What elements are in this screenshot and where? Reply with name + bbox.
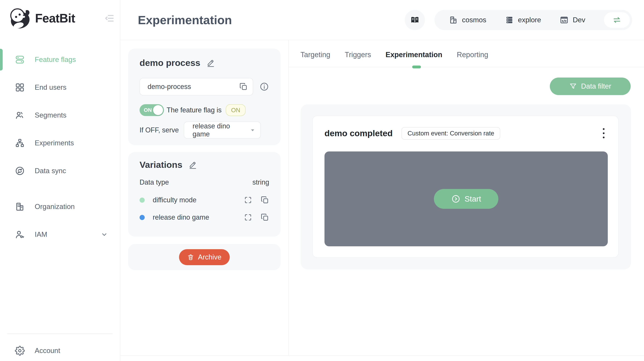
sidebar-item-label: Experiments bbox=[35, 139, 74, 147]
collapse-sidebar-icon[interactable] bbox=[104, 13, 114, 23]
brand-name: FeatBit bbox=[35, 11, 75, 25]
sidebar-item-experiments[interactable]: Experiments bbox=[0, 129, 120, 157]
book-icon bbox=[410, 15, 420, 25]
funnel-icon bbox=[569, 82, 577, 90]
grid-icon bbox=[15, 82, 25, 92]
chevron-down-icon bbox=[100, 231, 108, 238]
kebab-menu-icon[interactable] bbox=[600, 127, 607, 140]
flag-key-input[interactable]: demo-process bbox=[140, 78, 253, 95]
building-icon bbox=[15, 202, 25, 212]
info-icon[interactable] bbox=[259, 82, 269, 92]
off-serve-label: If OFF, serve bbox=[140, 126, 179, 134]
active-tab-indicator bbox=[412, 65, 421, 68]
play-circle-icon bbox=[451, 194, 460, 203]
project-selector[interactable]: explore bbox=[505, 16, 541, 24]
flag-tabs: Targeting Triggers Experimentation Repor… bbox=[300, 51, 488, 59]
environment-name: Dev bbox=[573, 16, 585, 24]
tab-reporting[interactable]: Reporting bbox=[457, 51, 488, 59]
data-type-value: string bbox=[252, 178, 269, 186]
toggles-icon bbox=[15, 55, 25, 64]
switch-workspace-button[interactable] bbox=[604, 12, 630, 28]
copy-icon[interactable] bbox=[260, 196, 269, 204]
sidebar-item-label: Segments bbox=[35, 111, 66, 119]
caret-down-icon bbox=[249, 126, 256, 134]
org-selector[interactable]: cosmos bbox=[449, 16, 486, 24]
flag-toggle[interactable]: ON bbox=[140, 104, 164, 116]
sidebar-item-account[interactable]: Account bbox=[0, 337, 120, 361]
archive-label: Archive bbox=[198, 253, 221, 261]
swap-arrows-icon bbox=[612, 15, 622, 25]
variations-title: Variations bbox=[140, 159, 182, 170]
panel-divider bbox=[288, 40, 289, 356]
toggle-on-label: ON bbox=[144, 107, 152, 113]
edit-variations-icon[interactable] bbox=[188, 161, 197, 169]
sidebar-item-data-sync[interactable]: Data sync bbox=[0, 157, 120, 185]
docs-button[interactable] bbox=[405, 10, 425, 30]
logo-row: FeatBit bbox=[7, 5, 114, 31]
variation-color-dot bbox=[140, 215, 145, 220]
sidebar-item-feature-flags[interactable]: Feature flags bbox=[0, 46, 120, 73]
page-title: Experimentation bbox=[138, 13, 232, 27]
featbit-logo-icon bbox=[7, 6, 32, 31]
sidebar-item-label: Account bbox=[35, 347, 60, 355]
environment-selector[interactable]: Dev bbox=[560, 16, 585, 24]
sidebar-item-segments[interactable]: Segments bbox=[0, 101, 120, 129]
variation-row: release dino game bbox=[140, 212, 269, 223]
org-name: cosmos bbox=[462, 16, 486, 24]
sidebar-item-label: IAM bbox=[35, 231, 47, 239]
experiment-card: demo completed Custom event: Conversion … bbox=[312, 116, 619, 258]
experiment-card-header: demo completed Custom event: Conversion … bbox=[324, 127, 607, 140]
sidebar-item-label: Feature flags bbox=[35, 56, 76, 64]
off-variation-select[interactable]: release dino game bbox=[184, 121, 261, 139]
toggle-knob bbox=[153, 105, 163, 115]
tab-triggers[interactable]: Triggers bbox=[345, 51, 371, 59]
variation-row: difficulty mode bbox=[140, 195, 269, 206]
trash-icon bbox=[187, 254, 194, 261]
data-filter-button[interactable]: Data filter bbox=[550, 77, 631, 95]
edit-flag-name-icon[interactable] bbox=[206, 59, 215, 67]
active-indicator-bar bbox=[0, 49, 3, 70]
expand-icon[interactable] bbox=[244, 196, 252, 204]
flag-summary-card: demo process demo-process bbox=[128, 48, 281, 145]
variation-name: release dino game bbox=[153, 213, 209, 221]
sidebar-item-organization[interactable]: Organization bbox=[0, 193, 120, 221]
experiment-chart-placeholder: Start bbox=[324, 151, 608, 246]
nav-section-gap bbox=[0, 185, 120, 193]
content-bottom-divider bbox=[120, 356, 644, 356]
building-icon bbox=[449, 16, 458, 24]
flag-status-text: The feature flag is bbox=[166, 106, 222, 114]
stack-icon bbox=[505, 16, 514, 24]
sync-icon bbox=[15, 166, 25, 176]
archive-card: Archive bbox=[128, 244, 281, 270]
tab-experimentation[interactable]: Experimentation bbox=[386, 51, 442, 59]
tab-targeting[interactable]: Targeting bbox=[300, 51, 330, 59]
flag-name: demo process bbox=[140, 57, 200, 68]
user-key-icon bbox=[15, 230, 25, 240]
copy-icon[interactable] bbox=[260, 213, 269, 222]
sidebar-item-label: Organization bbox=[35, 203, 75, 211]
flag-status-badge: ON bbox=[226, 104, 246, 116]
header: Experimentation bbox=[120, 0, 644, 40]
sidebar-divider bbox=[7, 334, 113, 334]
expand-icon[interactable] bbox=[244, 213, 252, 222]
featbit-app: FeatBit Feature flags bbox=[0, 0, 644, 361]
sidebar-nav: Feature flags End users bbox=[0, 46, 120, 248]
start-label: Start bbox=[464, 195, 481, 203]
experiment-title: demo completed bbox=[324, 128, 393, 138]
workspace-switcher: cosmos explore bbox=[434, 10, 632, 30]
user-group-icon bbox=[15, 110, 25, 120]
data-type-label: Data type bbox=[140, 178, 169, 186]
hierarchy-icon bbox=[15, 138, 25, 148]
flag-key-value: demo-process bbox=[148, 83, 191, 91]
project-name: explore bbox=[518, 16, 541, 24]
copy-icon[interactable] bbox=[239, 82, 248, 91]
experiment-metric-badge: Custom event: Conversion rate bbox=[402, 127, 500, 140]
start-experiment-button[interactable]: Start bbox=[434, 189, 498, 209]
sidebar-item-label: Data sync bbox=[35, 167, 66, 175]
archive-button[interactable]: Archive bbox=[179, 249, 230, 265]
sidebar-item-iam[interactable]: IAM bbox=[0, 221, 120, 248]
sidebar-item-label: End users bbox=[35, 83, 66, 91]
tabs-underline bbox=[289, 67, 644, 67]
off-variation-value: release dino game bbox=[192, 122, 249, 138]
sidebar-item-end-users[interactable]: End users bbox=[0, 73, 120, 101]
